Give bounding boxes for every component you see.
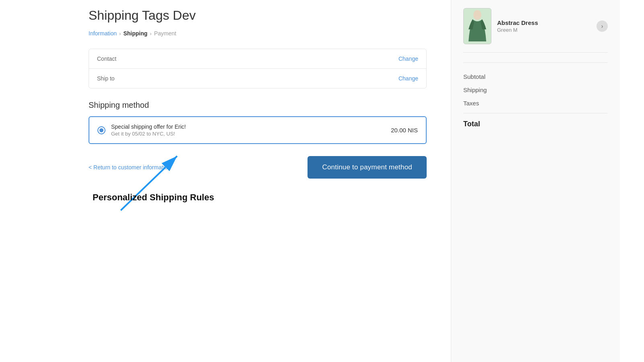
sidebar-nav-button[interactable]: › — [597, 21, 608, 32]
annotation-label: Personalized Shipping Rules — [93, 192, 214, 203]
return-link[interactable]: < Return to customer information — [89, 164, 171, 171]
ship-to-change-link[interactable]: Change — [398, 75, 418, 82]
contact-label: Contact — [97, 56, 116, 62]
info-box: Contact Change Ship to Change — [89, 49, 427, 88]
total-row: Total — [463, 117, 608, 132]
sidebar: Abstrac Dress Green M › Subtotal Shippin… — [451, 0, 620, 362]
shipping-option-subtitle: Get it by 05/02 to NYC, US! — [111, 131, 186, 137]
breadcrumb-sep-1: › — [119, 31, 121, 37]
radio-button-special[interactable] — [97, 126, 105, 134]
shipping-options-box: Special shipping offer for Eric! Get it … — [89, 116, 427, 144]
sidebar-product-info: Abstrac Dress Green M — [497, 19, 591, 33]
product-image-svg — [465, 9, 489, 43]
shipping-row: Shipping — [463, 83, 608, 97]
taxes-label: Taxes — [463, 100, 479, 107]
breadcrumb-payment: Payment — [154, 30, 176, 37]
shipping-option-special[interactable]: Special shipping offer for Eric! Get it … — [89, 116, 427, 144]
subtotal-label: Subtotal — [463, 73, 485, 80]
contact-row: Contact Change — [89, 49, 426, 69]
sidebar-product-desc: Green M — [497, 27, 591, 33]
svg-point-2 — [473, 10, 481, 20]
shipping-option-left: Special shipping offer for Eric! Get it … — [97, 123, 186, 137]
annotation-area: < Return to customer information Continu… — [89, 156, 427, 179]
sidebar-divider-2 — [463, 113, 608, 113]
actions-row: < Return to customer information Continu… — [89, 156, 427, 179]
sidebar-totals: Subtotal Shipping Taxes Total — [463, 66, 608, 132]
ship-to-label: Ship to — [97, 75, 115, 82]
taxes-row: Taxes — [463, 97, 608, 110]
continue-button[interactable]: Continue to payment method — [308, 156, 427, 179]
shipping-option-price: 20.00 NIS — [391, 127, 418, 134]
shipping-method-title: Shipping method — [89, 101, 427, 110]
breadcrumb-sep-2: › — [150, 31, 151, 37]
ship-to-row: Ship to Change — [89, 69, 426, 88]
sidebar-divider-1 — [463, 62, 608, 63]
subtotal-row: Subtotal — [463, 70, 608, 83]
total-label: Total — [463, 120, 480, 128]
breadcrumb-shipping: Shipping — [123, 30, 147, 37]
sidebar-product: Abstrac Dress Green M › — [463, 8, 608, 53]
breadcrumb: Information › Shipping › Payment — [89, 30, 427, 37]
product-image — [463, 8, 491, 44]
page-title: Shipping Tags Dev — [89, 8, 427, 23]
breadcrumb-information[interactable]: Information — [89, 30, 117, 37]
sidebar-product-name: Abstrac Dress — [497, 19, 591, 26]
shipping-option-name: Special shipping offer for Eric! — [111, 123, 186, 130]
shipping-label: Shipping — [463, 86, 487, 93]
contact-change-link[interactable]: Change — [398, 56, 418, 62]
shipping-option-details: Special shipping offer for Eric! Get it … — [111, 123, 186, 137]
